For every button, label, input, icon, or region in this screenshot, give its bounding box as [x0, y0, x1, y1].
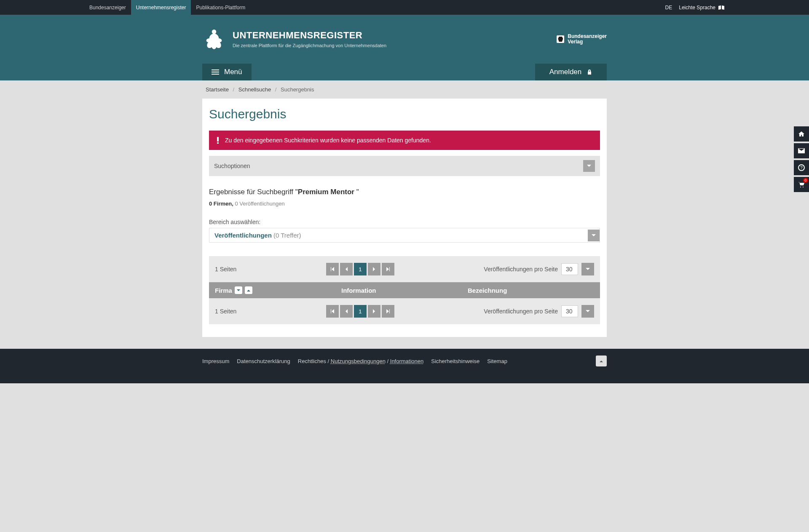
- topbar-tab-unternehmensregister[interactable]: Unternehmensregister: [131, 0, 191, 15]
- page-count-top: 1 Seiten: [215, 266, 236, 273]
- next-page-button[interactable]: [368, 305, 380, 318]
- pager-top: 1: [326, 263, 394, 275]
- lock-icon: [587, 69, 592, 75]
- page-count-bottom: 1 Seiten: [215, 308, 236, 315]
- per-page-dropdown[interactable]: [581, 305, 594, 318]
- chevron-up-icon: [246, 289, 251, 292]
- chevron-left-icon: [345, 309, 348, 313]
- cart-icon: [798, 182, 805, 187]
- hamburger-icon: [212, 70, 219, 75]
- page-1-button[interactable]: 1: [354, 263, 367, 275]
- publisher-icon: [557, 35, 564, 43]
- footer-nutzung[interactable]: Nutzungsbedingungen: [331, 358, 386, 364]
- home-icon: [798, 131, 805, 137]
- breadcrumb-search[interactable]: Schnellsuche: [238, 86, 271, 93]
- area-label: Bereich auswählen:: [209, 219, 600, 225]
- topbar-tab-publikations[interactable]: Publikations-Plattform: [191, 0, 250, 15]
- chevron-right-icon: [372, 309, 376, 313]
- scroll-top-button[interactable]: [596, 356, 607, 366]
- publisher-logo[interactable]: Bundesanzeiger Verlag: [557, 34, 607, 45]
- book-icon: [718, 5, 725, 10]
- chevron-down-icon: [236, 289, 241, 292]
- footer-impressum[interactable]: Impressum: [202, 358, 229, 364]
- question-icon: ?: [798, 164, 805, 171]
- col-information: Information: [341, 287, 376, 294]
- footer-sitemap[interactable]: Sitemap: [487, 358, 507, 364]
- eagle-icon: [202, 27, 226, 51]
- breadcrumb-home[interactable]: Startseite: [206, 86, 229, 93]
- sticky-icons: ? 0: [794, 126, 809, 192]
- footer-datenschutz[interactable]: Datenschutzerklärung: [237, 358, 290, 364]
- results-heading: Ergebnisse für Suchbegriff "Premium Ment…: [209, 188, 600, 196]
- chevron-down-icon: [585, 310, 590, 313]
- search-options-label: Suchoptionen: [214, 163, 250, 169]
- footer-sicherheit[interactable]: Sicherheitshinweise: [431, 358, 480, 364]
- area-select[interactable]: Veröffentlichungen (0 Treffer): [209, 228, 600, 243]
- search-options-toggle[interactable]: Suchoptionen: [209, 156, 600, 176]
- results-counts: 0 Firmen, 0 Veröffentlichungen: [209, 201, 600, 207]
- sort-up-button[interactable]: [245, 286, 252, 294]
- menu-label: Menü: [224, 68, 242, 76]
- per-page-label: Veröffentlichungen pro Seite: [484, 266, 558, 273]
- chevron-down-icon: [588, 230, 600, 241]
- svg-rect-0: [217, 137, 219, 142]
- page-1-button[interactable]: 1: [354, 305, 367, 318]
- col-bezeichnung: Bezeichnung: [468, 287, 507, 294]
- first-page-button[interactable]: [326, 263, 339, 275]
- chevron-right-icon: [372, 267, 376, 271]
- sticky-home-button[interactable]: [794, 126, 809, 142]
- login-label: Anmelden: [549, 68, 582, 76]
- footer-rechtliches: Rechtliches / Nutzungsbedingungen / Info…: [298, 358, 424, 364]
- step-forward-icon: [386, 309, 390, 313]
- cart-badge: 0: [803, 178, 808, 183]
- last-page-button[interactable]: [382, 263, 394, 275]
- first-page-button[interactable]: [326, 305, 339, 318]
- step-backward-icon: [330, 309, 335, 313]
- breadcrumb-current: Suchergebnis: [281, 86, 314, 93]
- chevron-down-icon: [585, 267, 590, 271]
- site-title: UNTERNEHMENSREGISTER: [233, 30, 386, 41]
- footer-informationen[interactable]: Informationen: [390, 358, 424, 364]
- sticky-cart-button[interactable]: 0: [794, 177, 809, 192]
- brand: UNTERNEHMENSREGISTER Die zentrale Plattf…: [202, 27, 386, 51]
- per-page-top: Veröffentlichungen pro Seite 30: [484, 263, 594, 275]
- accessible-link[interactable]: Leichte Sprache: [679, 5, 725, 11]
- site-subtitle: Die zentrale Plattform für die Zugänglic…: [233, 43, 386, 48]
- chevron-down-icon: [583, 160, 595, 172]
- per-page-bottom: Veröffentlichungen pro Seite 30: [484, 305, 594, 318]
- page-title: Suchergebnis: [209, 107, 600, 121]
- chevron-up-icon: [599, 360, 603, 363]
- topbar-tabs: Bundesanzeiger Unternehmensregister Publ…: [84, 0, 250, 15]
- topbar-tab-bundesanzeiger[interactable]: Bundesanzeiger: [84, 0, 131, 15]
- per-page-label: Veröffentlichungen pro Seite: [484, 308, 558, 315]
- prev-page-button[interactable]: [340, 305, 353, 318]
- next-page-button[interactable]: [368, 263, 380, 275]
- sort-down-button[interactable]: [235, 286, 242, 294]
- step-backward-icon: [330, 267, 335, 271]
- col-firma: Firma: [215, 287, 232, 294]
- alert-text: Zu den eingegebenen Suchkriterien wurden…: [225, 137, 431, 144]
- per-page-dropdown[interactable]: [581, 263, 594, 275]
- prev-page-button[interactable]: [340, 263, 353, 275]
- per-page-value: 30: [561, 305, 578, 317]
- step-forward-icon: [386, 267, 390, 271]
- sticky-mail-button[interactable]: [794, 143, 809, 158]
- alert-no-results: Zu den eingegebenen Suchkriterien wurden…: [209, 131, 600, 150]
- exclamation-icon: [217, 136, 219, 144]
- publisher-text: Bundesanzeiger Verlag: [568, 34, 607, 45]
- sticky-help-button[interactable]: ?: [794, 160, 809, 175]
- accessible-label: Leichte Sprache: [679, 5, 715, 11]
- per-page-value: 30: [561, 263, 578, 275]
- chevron-left-icon: [345, 267, 348, 271]
- svg-rect-1: [217, 142, 219, 144]
- svg-text:?: ?: [800, 166, 803, 170]
- login-button[interactable]: Anmelden: [535, 64, 607, 80]
- envelope-icon: [798, 148, 805, 153]
- pager-bottom: 1: [326, 305, 394, 318]
- results-table-header: Firma Information Bezeichnung: [209, 282, 600, 298]
- menu-button[interactable]: Menü: [202, 64, 252, 80]
- breadcrumb: Startseite / Schnellsuche / Suchergebnis: [202, 80, 607, 99]
- language-switch[interactable]: DE: [665, 5, 672, 11]
- last-page-button[interactable]: [382, 305, 394, 318]
